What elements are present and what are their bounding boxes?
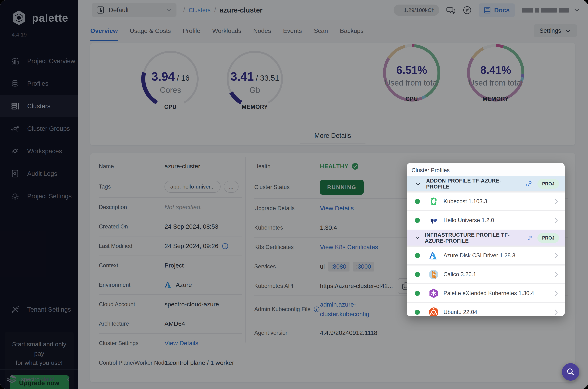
chevron-right-icon <box>554 217 559 224</box>
ubuntu-icon <box>429 307 439 316</box>
profile-item-azure-disk-csi[interactable]: Azure Disk CSI Driver 1.28.3 <box>407 247 565 264</box>
chevron-right-icon <box>554 309 559 316</box>
link-icon[interactable] <box>527 234 532 242</box>
azure-icon <box>429 251 438 260</box>
chevron-down-icon <box>415 236 420 240</box>
chevron-right-icon <box>554 198 559 205</box>
status-dot <box>415 253 420 258</box>
scope-badge: PROJ <box>537 233 559 243</box>
infrastructure-profile-section-header[interactable]: INFRASTRUCTURE PROFILE TF-AZURE-PROFILE … <box>407 230 565 246</box>
search-smile-icon <box>566 367 575 377</box>
status-dot <box>415 272 420 277</box>
profile-item-kubecost[interactable]: Kubecost 1.103.3 <box>407 193 565 210</box>
popup-title: Cluster Profiles <box>407 163 565 176</box>
pxk-icon <box>429 288 439 298</box>
kubecost-icon <box>429 196 439 206</box>
chevron-right-icon <box>554 252 559 259</box>
link-icon[interactable] <box>525 180 532 187</box>
chevron-right-icon <box>554 290 559 296</box>
status-dot <box>415 199 420 204</box>
hello-universe-icon <box>429 215 439 225</box>
cluster-profiles-popup: Cluster Profiles ADDON PROFILE TF-AZURE-… <box>407 163 565 316</box>
calico-icon <box>429 269 439 280</box>
status-dot <box>415 218 420 223</box>
profile-item-ubuntu[interactable]: Ubuntu 22.04 <box>407 303 565 316</box>
status-dot <box>415 291 420 296</box>
addon-profile-section-header[interactable]: ADDON PROFILE TF-AZURE-PROFILE PROJ <box>407 176 565 192</box>
assistant-search-button[interactable] <box>562 363 579 381</box>
profile-item-hello-universe[interactable]: Hello Universe 1.2.0 <box>407 211 565 229</box>
profile-item-calico[interactable]: Calico 3.26.1 <box>407 265 565 283</box>
scope-badge: PROJ <box>537 179 559 189</box>
profile-item-palette-extended-kubernetes[interactable]: Palette eXtended Kubernetes 1.30.4 <box>407 284 565 302</box>
app-window: Default / Clusters / azure-cluster 1.29/… <box>0 0 588 389</box>
chevron-down-icon <box>415 182 421 186</box>
chevron-right-icon <box>554 271 559 278</box>
status-dot <box>415 310 420 315</box>
